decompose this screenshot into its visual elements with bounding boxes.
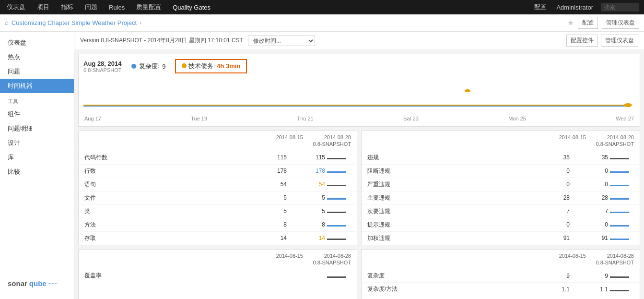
row-label: 存取 <box>84 234 248 242</box>
chart-date-area: Aug 28, 2014 0.8-SNAPSHOT <box>83 60 122 73</box>
complexity-panel: 2014-08-15 2014-08-28 0.8-SNAPSHOT 复杂度99… <box>361 249 640 299</box>
nav-issues[interactable]: 问题 <box>83 3 99 12</box>
breadcrumb-project[interactable]: Customizing Chapter Simple Weather Proje… <box>12 19 137 26</box>
row-bar <box>327 221 351 228</box>
sonarqube-logo: sonarqube ~~~ <box>8 279 66 287</box>
row-label: 复杂度 <box>367 272 531 280</box>
search-input[interactable] <box>601 3 639 12</box>
axis-label-5: Wed 27 <box>616 116 634 121</box>
row-bar <box>327 208 351 215</box>
table-row: 阻断违规00 <box>362 165 640 178</box>
row-bar <box>327 154 351 161</box>
config-btn[interactable]: 配置 <box>578 17 598 29</box>
row-bar <box>327 181 351 188</box>
nav-projects[interactable]: 项目 <box>35 3 51 12</box>
row-label: 类 <box>84 207 248 215</box>
row-bar <box>610 235 634 241</box>
row-label: 阻断违规 <box>367 167 531 175</box>
table-row: 文件55 <box>79 191 357 205</box>
sonar-text: sonar <box>8 279 27 287</box>
row-bar <box>610 208 634 215</box>
stats-row: 2014-08-15 2014-08-28 0.8-SNAPSHOT 代码行数1… <box>78 131 640 245</box>
table-row: 语句5454 <box>79 178 357 191</box>
nav-config[interactable]: 配置 <box>532 3 549 12</box>
nav-quality-config[interactable]: 质量配置 <box>134 3 163 12</box>
row-val2: 35 <box>570 154 608 161</box>
issues-panel: 2014-08-15 2014-08-28 0.8-SNAPSHOT 违规353… <box>361 131 640 245</box>
tech-debt-label: 技术债务: <box>188 62 215 70</box>
row-val1: 28 <box>531 194 570 201</box>
stat-bar <box>327 171 346 173</box>
size-col1-header: 2014-08-15 <box>255 134 303 148</box>
tech-debt-value: 4h 3min <box>217 62 240 70</box>
row-label: 方法 <box>84 221 248 229</box>
row-bar <box>327 167 351 174</box>
table-row: 加权违规9191 <box>362 232 640 245</box>
issues-rows: 违规3535阻断违规00严重违规00主要违规2828次要违规77提示违规00加权… <box>362 151 640 245</box>
row-val2: 91 <box>570 235 608 241</box>
config-controls-btn[interactable]: 配置控件 <box>566 35 598 47</box>
row-val1: 0 <box>531 181 570 188</box>
sidebar-item-library[interactable]: 库 <box>0 150 74 165</box>
sidebar-item-issues[interactable]: 问题 <box>0 64 74 79</box>
time-select[interactable]: 修改时间... <box>248 36 315 46</box>
star-icon[interactable]: ★ <box>567 18 574 27</box>
sidebar-item-dashboard[interactable]: 仪表盘 <box>0 36 74 50</box>
row-label: 覆盖率 <box>84 272 248 280</box>
row-label: 行数 <box>84 167 248 175</box>
row-label: 代码行数 <box>84 154 248 162</box>
row-val1: 35 <box>531 154 570 161</box>
sidebar-item-design[interactable]: 设计 <box>0 136 74 150</box>
breadcrumb-bar: ⌂ Customizing Chapter Simple Weather Pro… <box>0 14 644 32</box>
chart-area <box>83 76 635 115</box>
stat-bar <box>610 290 629 291</box>
manage-dashboard-btn[interactable]: 管理仪表盘 <box>602 17 639 29</box>
table-row: 主要违规2828 <box>362 191 640 205</box>
row-val2: 28 <box>570 194 608 201</box>
svg-point-3 <box>465 89 470 92</box>
table-row: 类55 <box>79 205 357 218</box>
topnav-right: 配置 Administrator <box>532 3 639 12</box>
row-label: 主要违规 <box>367 194 531 202</box>
row-val1: 9 <box>531 273 570 279</box>
chart-snapshot: 0.8-SNAPSHOT <box>83 67 122 73</box>
stat-bar <box>610 158 629 159</box>
nav-dashboard[interactable]: 仪表盘 <box>5 3 27 12</box>
manage-dashboard-btn2[interactable]: 管理仪表盘 <box>601 35 638 47</box>
svg-point-2 <box>624 103 632 107</box>
row-val1: 54 <box>248 181 287 188</box>
sidebar-item-time-machine[interactable]: 时间机器 <box>0 79 74 93</box>
bl-header: 2014-08-15 2014-08-28 0.8-SNAPSHOT <box>79 250 357 270</box>
complexity-dot <box>131 64 136 69</box>
row-label: 语句 <box>84 180 248 189</box>
sidebar: 仪表盘 热点 问题 时间机器 工具 组件 问题明细 设计 库 比较 sonarq… <box>0 32 74 299</box>
sidebar-item-hotspot[interactable]: 热点 <box>0 50 74 64</box>
row-val1: 8 <box>248 221 287 228</box>
sidebar-item-issue-detail[interactable]: 问题明细 <box>0 121 74 136</box>
chart-header: Aug 28, 2014 0.8-SNAPSHOT 复杂度: 9 技术债务: 4… <box>83 59 635 73</box>
table-row: 代码行数115115 <box>79 151 357 165</box>
row-val2: 0 <box>570 167 608 174</box>
nav-user[interactable]: Administrator <box>554 4 595 11</box>
stat-bar <box>327 198 346 200</box>
top-navigation: 仪表盘 项目 指标 问题 Rules 质量配置 Quality Gates 配置… <box>0 0 644 14</box>
nav-metrics[interactable]: 指标 <box>59 3 75 12</box>
stat-bar <box>610 185 629 186</box>
table-row: 提示违规00 <box>362 218 640 232</box>
table-row: 复杂度/方法1.11.1 <box>362 283 640 296</box>
sidebar-item-compare[interactable]: 比较 <box>0 165 74 179</box>
stat-bar <box>610 198 629 200</box>
issues-col1-header: 2014-08-15 <box>538 134 586 148</box>
row-val2: 9 <box>570 273 608 279</box>
sidebar-item-components[interactable]: 组件 <box>0 107 74 121</box>
complexity-rows: 复杂度99复杂度/方法1.11.1复杂度/类1.81.8复杂度/文件1.81.8 <box>362 269 640 299</box>
chart-date: Aug 28, 2014 <box>83 60 122 67</box>
nav-quality-gates[interactable]: Quality Gates <box>171 4 212 11</box>
row-label: 次要违规 <box>367 207 531 215</box>
row-val1: 7 <box>531 208 570 215</box>
stat-bar <box>610 212 629 213</box>
version-bar-actions: 配置控件 管理仪表盘 <box>566 35 638 47</box>
row-bar <box>327 273 351 279</box>
nav-rules[interactable]: Rules <box>107 4 127 11</box>
row-val2: 178 <box>287 167 325 174</box>
